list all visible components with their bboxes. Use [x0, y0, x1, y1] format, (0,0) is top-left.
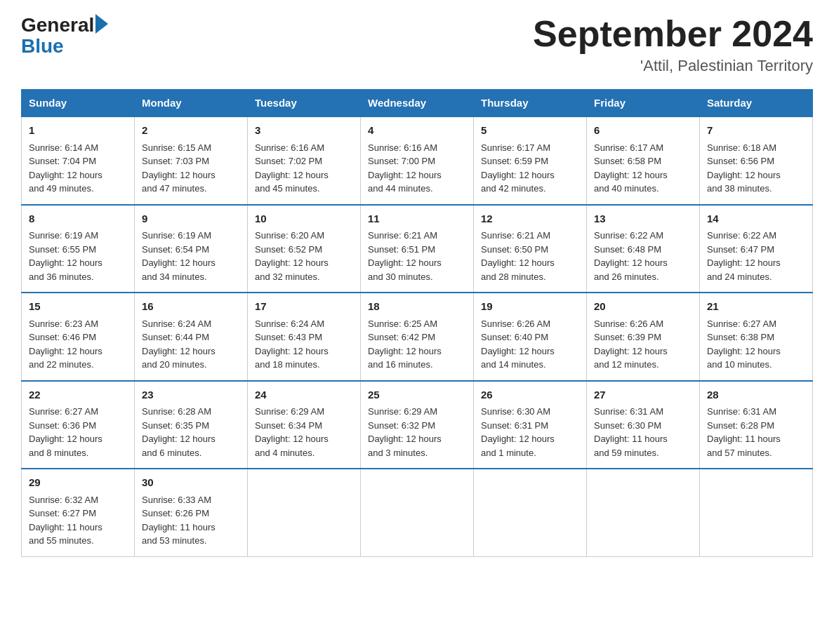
day-info: Sunrise: 6:21 AMSunset: 6:51 PMDaylight:… — [368, 230, 442, 282]
calendar-cell: 22 Sunrise: 6:27 AMSunset: 6:36 PMDaylig… — [22, 381, 135, 469]
day-info: Sunrise: 6:14 AMSunset: 7:04 PMDaylight:… — [29, 142, 102, 194]
calendar-cell: 14 Sunrise: 6:22 AMSunset: 6:47 PMDaylig… — [700, 205, 813, 293]
day-number: 7 — [707, 123, 805, 139]
col-header-saturday: Saturday — [700, 90, 813, 117]
day-info: Sunrise: 6:23 AMSunset: 6:46 PMDaylight:… — [29, 318, 102, 370]
day-info: Sunrise: 6:30 AMSunset: 6:31 PMDaylight:… — [481, 406, 555, 458]
calendar-cell: 19 Sunrise: 6:26 AMSunset: 6:40 PMDaylig… — [474, 293, 587, 381]
day-info: Sunrise: 6:15 AMSunset: 7:03 PMDaylight:… — [142, 142, 216, 194]
calendar-cell: 13 Sunrise: 6:22 AMSunset: 6:48 PMDaylig… — [587, 205, 700, 293]
calendar-cell: 7 Sunrise: 6:18 AMSunset: 6:56 PMDayligh… — [700, 116, 813, 205]
day-number: 25 — [368, 387, 466, 403]
calendar-cell: 8 Sunrise: 6:19 AMSunset: 6:55 PMDayligh… — [22, 205, 135, 293]
day-number: 12 — [481, 211, 579, 227]
day-number: 2 — [142, 123, 240, 139]
day-info: Sunrise: 6:19 AMSunset: 6:54 PMDaylight:… — [142, 230, 216, 282]
col-header-monday: Monday — [135, 90, 248, 117]
col-header-tuesday: Tuesday — [248, 90, 361, 117]
day-info: Sunrise: 6:27 AMSunset: 6:36 PMDaylight:… — [29, 406, 102, 458]
logo: General Blue — [21, 14, 108, 56]
calendar-cell: 6 Sunrise: 6:17 AMSunset: 6:58 PMDayligh… — [587, 116, 700, 205]
day-number: 3 — [255, 123, 353, 139]
day-number: 20 — [594, 299, 692, 315]
col-header-sunday: Sunday — [22, 90, 135, 117]
day-number: 22 — [29, 387, 127, 403]
day-info: Sunrise: 6:22 AMSunset: 6:48 PMDaylight:… — [594, 230, 668, 282]
day-info: Sunrise: 6:27 AMSunset: 6:38 PMDaylight:… — [707, 318, 781, 370]
calendar-cell: 15 Sunrise: 6:23 AMSunset: 6:46 PMDaylig… — [22, 293, 135, 381]
calendar-cell: 3 Sunrise: 6:16 AMSunset: 7:02 PMDayligh… — [248, 116, 361, 205]
logo-blue-text: Blue — [21, 36, 64, 56]
day-info: Sunrise: 6:16 AMSunset: 7:00 PMDaylight:… — [368, 142, 442, 194]
day-number: 14 — [707, 211, 805, 227]
day-info: Sunrise: 6:16 AMSunset: 7:02 PMDaylight:… — [255, 142, 329, 194]
col-header-thursday: Thursday — [474, 90, 587, 117]
svg-marker-0 — [95, 14, 108, 34]
calendar-header-row: SundayMondayTuesdayWednesdayThursdayFrid… — [22, 90, 813, 117]
day-number: 24 — [255, 387, 353, 403]
day-info: Sunrise: 6:24 AMSunset: 6:44 PMDaylight:… — [142, 318, 216, 370]
day-info: Sunrise: 6:28 AMSunset: 6:35 PMDaylight:… — [142, 406, 216, 458]
calendar-week-row: 1 Sunrise: 6:14 AMSunset: 7:04 PMDayligh… — [22, 116, 813, 205]
day-number: 4 — [368, 123, 466, 139]
calendar-week-row: 29 Sunrise: 6:32 AMSunset: 6:27 PMDaylig… — [22, 469, 813, 556]
day-number: 19 — [481, 299, 579, 315]
day-number: 26 — [481, 387, 579, 403]
day-info: Sunrise: 6:26 AMSunset: 6:39 PMDaylight:… — [594, 318, 668, 370]
calendar-cell: 2 Sunrise: 6:15 AMSunset: 7:03 PMDayligh… — [135, 116, 248, 205]
calendar-cell: 4 Sunrise: 6:16 AMSunset: 7:00 PMDayligh… — [361, 116, 474, 205]
col-header-friday: Friday — [587, 90, 700, 117]
day-info: Sunrise: 6:17 AMSunset: 6:58 PMDaylight:… — [594, 142, 668, 194]
calendar-cell — [474, 469, 587, 556]
day-number: 8 — [29, 211, 127, 227]
day-info: Sunrise: 6:33 AMSunset: 6:26 PMDaylight:… — [142, 495, 216, 546]
day-number: 27 — [594, 387, 692, 403]
day-info: Sunrise: 6:31 AMSunset: 6:28 PMDaylight:… — [707, 406, 781, 458]
day-info: Sunrise: 6:29 AMSunset: 6:34 PMDaylight:… — [255, 406, 329, 458]
day-info: Sunrise: 6:26 AMSunset: 6:40 PMDaylight:… — [481, 318, 555, 370]
day-number: 13 — [594, 211, 692, 227]
day-number: 23 — [142, 387, 240, 403]
calendar-cell: 5 Sunrise: 6:17 AMSunset: 6:59 PMDayligh… — [474, 116, 587, 205]
calendar-cell: 25 Sunrise: 6:29 AMSunset: 6:32 PMDaylig… — [361, 381, 474, 469]
calendar-cell: 29 Sunrise: 6:32 AMSunset: 6:27 PMDaylig… — [22, 469, 135, 556]
day-number: 1 — [29, 123, 127, 139]
day-number: 16 — [142, 299, 240, 315]
day-info: Sunrise: 6:22 AMSunset: 6:47 PMDaylight:… — [707, 230, 781, 282]
day-info: Sunrise: 6:32 AMSunset: 6:27 PMDaylight:… — [29, 495, 102, 546]
calendar-cell: 28 Sunrise: 6:31 AMSunset: 6:28 PMDaylig… — [700, 381, 813, 469]
calendar-cell: 21 Sunrise: 6:27 AMSunset: 6:38 PMDaylig… — [700, 293, 813, 381]
day-number: 30 — [142, 475, 240, 491]
day-number: 29 — [29, 475, 127, 491]
calendar-cell — [248, 469, 361, 556]
calendar-cell: 12 Sunrise: 6:21 AMSunset: 6:50 PMDaylig… — [474, 205, 587, 293]
day-number: 18 — [368, 299, 466, 315]
calendar-cell: 17 Sunrise: 6:24 AMSunset: 6:43 PMDaylig… — [248, 293, 361, 381]
calendar-week-row: 22 Sunrise: 6:27 AMSunset: 6:36 PMDaylig… — [22, 381, 813, 469]
calendar-cell: 23 Sunrise: 6:28 AMSunset: 6:35 PMDaylig… — [135, 381, 248, 469]
calendar-cell — [700, 469, 813, 556]
title-area: September 2024 'Attil, Palestinian Terri… — [533, 14, 813, 75]
calendar-cell — [361, 469, 474, 556]
calendar-cell: 10 Sunrise: 6:20 AMSunset: 6:52 PMDaylig… — [248, 205, 361, 293]
day-number: 6 — [594, 123, 692, 139]
day-info: Sunrise: 6:20 AMSunset: 6:52 PMDaylight:… — [255, 230, 329, 282]
calendar-cell: 1 Sunrise: 6:14 AMSunset: 7:04 PMDayligh… — [22, 116, 135, 205]
col-header-wednesday: Wednesday — [361, 90, 474, 117]
page-header: General Blue September 2024 'Attil, Pale… — [21, 14, 813, 75]
day-number: 15 — [29, 299, 127, 315]
calendar-cell: 24 Sunrise: 6:29 AMSunset: 6:34 PMDaylig… — [248, 381, 361, 469]
logo-general-text: General — [21, 15, 94, 35]
logo-triangle-icon — [95, 14, 108, 34]
day-info: Sunrise: 6:19 AMSunset: 6:55 PMDaylight:… — [29, 230, 102, 282]
calendar-cell: 16 Sunrise: 6:24 AMSunset: 6:44 PMDaylig… — [135, 293, 248, 381]
day-info: Sunrise: 6:24 AMSunset: 6:43 PMDaylight:… — [255, 318, 329, 370]
calendar-cell — [587, 469, 700, 556]
day-info: Sunrise: 6:31 AMSunset: 6:30 PMDaylight:… — [594, 406, 668, 458]
calendar-cell: 9 Sunrise: 6:19 AMSunset: 6:54 PMDayligh… — [135, 205, 248, 293]
calendar-cell: 20 Sunrise: 6:26 AMSunset: 6:39 PMDaylig… — [587, 293, 700, 381]
day-info: Sunrise: 6:29 AMSunset: 6:32 PMDaylight:… — [368, 406, 442, 458]
day-info: Sunrise: 6:21 AMSunset: 6:50 PMDaylight:… — [481, 230, 555, 282]
location-subtitle: 'Attil, Palestinian Territory — [533, 57, 813, 75]
day-number: 10 — [255, 211, 353, 227]
